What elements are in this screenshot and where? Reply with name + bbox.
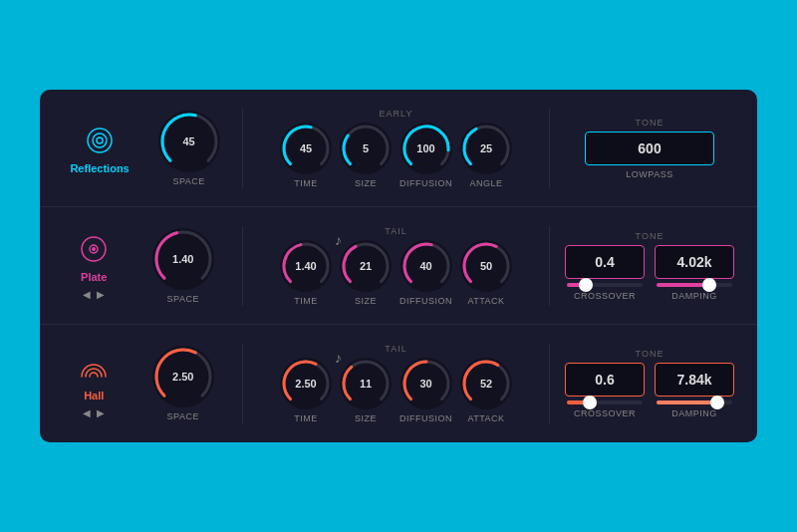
knob-hall-diffusion[interactable]: 30 [400,358,452,409]
knobs-row-reflections: 45Time 5Size 100Diffusion 25Angle [280,123,512,188]
section-label-reflections: EARLY [380,109,413,119]
row-hall: Hall◀▶ 2.50SpaceTAIL♪ 2.50Time 11Size 30… [40,325,757,442]
slider-thumb-plate-1 [702,278,716,292]
left-panel-plate: Plate◀▶ 1.40Space [48,228,242,304]
knob-group-hall-size: 11Size [340,358,392,423]
knob-container-hall-3: 52Attack [460,358,512,423]
space-knob-group-plate: 1.40Space [152,228,214,304]
tone-label-plate-0: Crossover [574,291,636,301]
knob-label-hall-size: Size [355,413,377,423]
knob-reflections-time[interactable]: 45 [280,123,332,174]
slider-group-hall-0[interactable] [565,400,645,404]
knob-plate-diffusion[interactable]: 40 [400,240,452,292]
preset-info-plate: Plate◀▶ [76,231,112,300]
tone-display-reflections-0: 600Lowpass [585,132,714,179]
tone-box-hall-0[interactable]: 0.6 [565,363,645,397]
space-knob-plate[interactable]: 1.40 [152,228,214,290]
knobs-row-plate: ♪ 1.40Time 21Size 40Diffusion 50Attack [280,240,512,306]
space-knob-reflections[interactable]: 45 [158,111,220,172]
knob-label-hall-time: Time [294,413,318,423]
knob-container-reflections-2: 100Diffusion [399,123,452,188]
knob-reflections-size[interactable]: 5 [340,123,392,174]
tone-label-hall-0: Crossover [574,408,636,418]
knob-group-hall-attack: 52Attack [460,358,512,423]
knob-group-reflections-size: 5Size [340,123,392,188]
tone-display-hall-0: 0.6Crossover [565,363,645,418]
svg-point-0 [88,129,112,152]
tone-displays-plate: 0.4Crossover4.02kDamping [565,245,734,301]
preset-label-reflections: Reflections [70,162,129,174]
knob-group-reflections-angle: 25Angle [460,123,512,188]
knob-hall-time[interactable]: 2.50 [280,358,332,409]
knob-group-hall-time: 2.50Time [280,358,332,423]
left-panel-hall: Hall◀▶ 2.50Space [48,346,242,421]
slider-track-plate-0 [567,283,643,287]
knob-label-plate-attack: Attack [467,296,504,306]
knob-label-plate-diffusion: Diffusion [399,296,452,306]
knob-value-hall-diffusion: 30 [419,378,431,390]
knob-hall-size[interactable]: 11 [340,358,392,409]
knob-label-reflections-time: Time [294,178,318,188]
nav-arrows-hall: ◀▶ [83,407,105,418]
slider-fill-hall-1 [657,400,717,404]
slider-track-hall-1 [657,400,732,404]
tone-label-hall-1: Damping [671,408,717,418]
slider-group-plate-1[interactable] [655,283,734,287]
nav-right-hall[interactable]: ▶ [97,407,105,418]
knob-label-hall-diffusion: Diffusion [399,413,452,423]
tone-box-hall-1[interactable]: 7.84k [655,363,734,397]
nav-right-plate[interactable]: ▶ [97,289,105,300]
tone-box-plate-0[interactable]: 0.4 [565,245,645,279]
knob-label-reflections-angle: Angle [469,178,502,188]
knob-group-plate-attack: 50Attack [460,240,512,306]
slider-thumb-hall-0 [583,396,597,409]
knob-value-reflections-angle: 25 [480,142,492,154]
mid-panel-plate: TAIL♪ 1.40Time 21Size 40Diffusion 50Atta… [242,226,550,306]
knob-plate-time[interactable]: 1.40 [280,240,332,292]
knob-hall-attack[interactable]: 52 [460,358,512,409]
knob-label-hall-attack: Attack [467,413,504,423]
knob-value-reflections-diffusion: 100 [416,142,434,154]
space-value-hall: 2.50 [172,371,193,383]
knob-value-plate-time: 1.40 [295,260,316,272]
nav-left-hall[interactable]: ◀ [83,407,91,418]
knob-container-plate-3: 50Attack [460,240,512,306]
preset-label-plate: Plate [81,271,107,283]
knob-container-hall-0: ♪ 2.50Time [280,358,332,423]
knob-container-hall-2: 30Diffusion [399,358,452,423]
tone-displays-hall: 0.6Crossover7.84kDamping [565,363,734,418]
knob-value-plate-diffusion: 40 [419,260,431,272]
knob-plate-attack[interactable]: 50 [460,240,512,292]
knob-container-reflections-1: 5Size [340,123,392,188]
knob-container-plate-2: 40Diffusion [399,240,452,306]
slider-group-hall-1[interactable] [655,400,734,404]
knob-value-plate-attack: 50 [480,260,492,272]
space-knob-group-reflections: 45Space [158,111,220,186]
knob-label-plate-time: Time [294,296,318,306]
knob-reflections-angle[interactable]: 25 [460,123,512,174]
svg-point-5 [92,247,96,251]
knob-group-reflections-diffusion: 100Diffusion [399,123,452,188]
mid-panel-reflections: EARLY 45Time 5Size 100Diffusion 25Angle [242,109,550,188]
nav-left-plate[interactable]: ◀ [83,289,91,300]
slider-thumb-plate-0 [579,278,593,292]
preset-label-hall: Hall [84,390,104,401]
tone-label-reflections-0: Lowpass [626,169,672,179]
knob-value-plate-size: 21 [360,260,372,272]
tone-box-plate-1[interactable]: 4.02k [655,245,734,279]
space-knob-hall[interactable]: 2.50 [152,346,214,407]
right-panel-plate: TONE0.4Crossover4.02kDamping [550,231,749,301]
knob-group-plate-diffusion: 40Diffusion [399,240,452,306]
knob-reflections-diffusion[interactable]: 100 [400,123,452,174]
reflections-icon [82,123,118,158]
tone-box-reflections-0[interactable]: 600 [585,132,714,165]
knob-plate-size[interactable]: 21 [340,240,392,292]
slider-track-hall-0 [567,400,643,404]
knob-container-reflections-0: 45Time [280,123,332,188]
tone-section-label-reflections: TONE [636,118,664,128]
right-panel-hall: TONE0.6Crossover7.84kDamping [550,349,749,418]
slider-track-plate-1 [657,283,732,287]
knob-label-reflections-diffusion: Diffusion [399,178,452,188]
nav-arrows-plate: ◀▶ [83,289,105,300]
slider-group-plate-0[interactable] [565,283,645,287]
